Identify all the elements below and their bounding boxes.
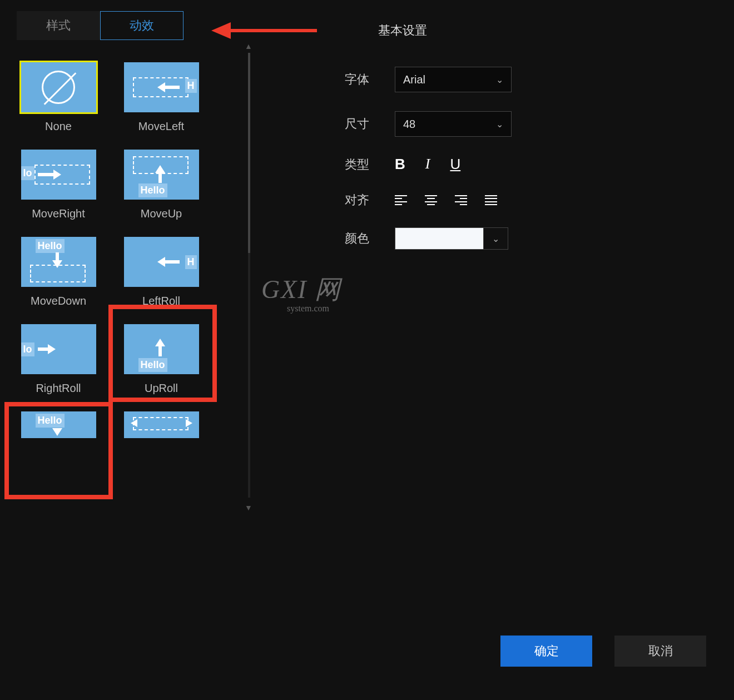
size-label: 尺寸 xyxy=(345,116,395,132)
effect-label: UpRoll xyxy=(145,382,178,395)
tab-style[interactable]: 样式 xyxy=(17,11,100,40)
ok-button[interactable]: 确定 xyxy=(500,636,592,667)
cancel-button[interactable]: 取消 xyxy=(614,636,706,667)
color-dropdown[interactable]: ⌄ xyxy=(484,227,508,250)
font-label: 字体 xyxy=(345,71,395,88)
bold-button[interactable]: B xyxy=(395,156,405,173)
italic-button[interactable]: I xyxy=(425,156,430,173)
effect-movedown[interactable]: Hello xyxy=(21,237,96,287)
chevron-down-icon: ⌄ xyxy=(496,119,503,130)
effect-moveleft[interactable]: H xyxy=(124,62,199,112)
align-right-icon[interactable] xyxy=(455,195,467,205)
effect-moveright[interactable]: lo xyxy=(21,150,96,200)
effect-label: MoveRight xyxy=(32,207,85,220)
align-justify-icon[interactable] xyxy=(485,195,497,205)
font-value: Arial xyxy=(403,73,425,86)
effects-grid: None H MoveLeft lo M xyxy=(17,62,234,438)
none-icon xyxy=(42,71,75,104)
effect-label: RightRoll xyxy=(36,382,81,395)
chevron-down-icon: ⌄ xyxy=(492,234,499,244)
effect-moveup[interactable]: Hello xyxy=(124,150,199,200)
settings-title: 基本设置 xyxy=(378,22,712,39)
underline-button[interactable]: U xyxy=(450,156,460,173)
effect-none[interactable] xyxy=(21,62,96,112)
color-swatch[interactable] xyxy=(395,227,484,250)
type-label: 类型 xyxy=(345,156,395,173)
chevron-down-icon: ⌄ xyxy=(496,75,503,85)
align-center-icon[interactable] xyxy=(425,195,437,205)
effect-rightroll[interactable]: lo xyxy=(21,324,96,374)
effect-partial-1[interactable]: Hello xyxy=(21,411,96,438)
effect-uproll[interactable]: Hello xyxy=(124,324,199,374)
effect-label: MoveLeft xyxy=(138,120,184,133)
effect-label: MoveDown xyxy=(31,295,86,307)
tab-effect[interactable]: 动效 xyxy=(100,11,184,40)
effect-label: LeftRoll xyxy=(142,295,180,307)
effect-label: None xyxy=(45,120,72,133)
align-label: 对齐 xyxy=(345,192,395,208)
tabs-container: 样式 动效 xyxy=(17,11,234,40)
effect-partial-2[interactable] xyxy=(124,411,199,438)
effect-label: MoveUp xyxy=(141,207,182,220)
size-select[interactable]: 48 ⌄ xyxy=(395,111,512,137)
watermark: GXI 网 system.com xyxy=(261,272,341,314)
color-label: 颜色 xyxy=(345,230,395,247)
font-select[interactable]: Arial ⌄ xyxy=(395,67,512,92)
align-left-icon[interactable] xyxy=(395,195,407,205)
effect-leftroll[interactable]: H xyxy=(124,237,199,287)
size-value: 48 xyxy=(403,118,415,131)
